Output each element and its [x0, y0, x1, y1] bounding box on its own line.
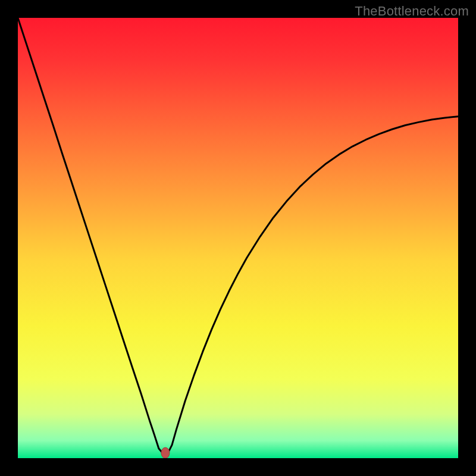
curve-layer — [18, 18, 458, 458]
plot-area — [18, 18, 458, 458]
optimum-marker — [161, 447, 170, 458]
chart-frame: TheBottleneck.com — [0, 0, 476, 476]
bottleneck-curve — [18, 18, 458, 454]
watermark-text: TheBottleneck.com — [355, 4, 469, 19]
